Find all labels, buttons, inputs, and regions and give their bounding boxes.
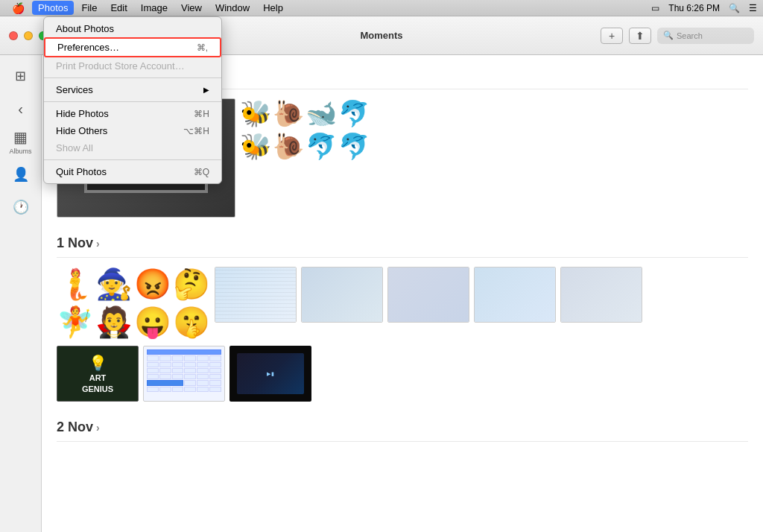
date-label-nov2: 2 Nov <box>57 419 93 435</box>
photo-genius-thumb[interactable]: 💡 ART GENIUS <box>57 346 139 402</box>
date-label-nov1: 1 Nov <box>57 235 93 251</box>
preferences-label: Preferences… <box>57 42 119 53</box>
emoji-thinking[interactable]: 🤔 <box>173 267 210 302</box>
menu-separator-3 <box>44 159 221 160</box>
screenshot-5[interactable] <box>560 267 642 323</box>
menubar-left: 🍎 Photos File Edit Image View Window Hel… <box>6 1 289 16</box>
print-label: Print Product Store Account… <box>56 60 185 72</box>
screenshot-3[interactable] <box>387 267 469 323</box>
sidebar-item-moments[interactable]: ⊞ <box>6 61 36 91</box>
menubar-item-edit[interactable]: Edit <box>104 1 133 15</box>
menu-separator-1 <box>44 77 221 78</box>
add-button[interactable]: + <box>601 28 623 44</box>
emoji-dolphin1[interactable]: 🐬 <box>338 98 370 128</box>
screenshot-4[interactable] <box>474 267 556 323</box>
about-label: About Photos <box>56 23 114 34</box>
traffic-lights <box>9 31 48 40</box>
titlebar-controls: + ⬆ 🔍 Search <box>601 28 754 44</box>
albums-icon: ▦ <box>13 128 28 146</box>
chevron-nov1-icon: › <box>96 238 100 250</box>
nav-back-icon: ‹ <box>18 101 23 118</box>
emoji-fairy[interactable]: 🧚 <box>57 305 94 340</box>
sidebar-item-history[interactable]: 🕐 <box>6 192 36 222</box>
emoji-whale1[interactable]: 🐋 <box>305 98 337 128</box>
menu-item-about[interactable]: About Photos <box>44 20 221 37</box>
sidebar-item-people[interactable]: 👤 <box>6 159 36 189</box>
photo-laptop-thumb[interactable]: ▶ ▮ <box>229 346 311 402</box>
albums-label: Albums <box>9 148 31 155</box>
photos-dropdown-menu: About Photos Preferences… ⌘, Print Produ… <box>43 16 222 184</box>
menubar-item-file[interactable]: File <box>75 1 103 15</box>
emoji-row2-nov1: 🧚 🧛 😛 🤫 <box>57 305 210 340</box>
emoji-shush[interactable]: 🤫 <box>173 305 210 340</box>
share-button[interactable]: ⬆ <box>629 28 651 44</box>
date-header-nov1[interactable]: 1 Nov › <box>57 235 748 258</box>
date-header-nov2[interactable]: 2 Nov › <box>57 419 748 442</box>
emoji-column-nov1: 🧜 🧙 😡 🤔 🧚 🧛 😛 🤫 <box>57 267 210 340</box>
sidebar-item-albums[interactable]: ▦ Albums <box>6 127 36 156</box>
menubar-item-window[interactable]: Window <box>209 1 256 15</box>
emoji-column-oct31: 🐝 🐌 🐋 🐬 🐝 🐌 🐬 🐬 <box>240 98 370 218</box>
close-button[interactable] <box>9 31 18 40</box>
search-menubar-icon[interactable]: 🔍 <box>729 3 740 13</box>
menu-separator-2 <box>44 101 221 102</box>
emoji-bee1[interactable]: 🐝 <box>240 98 271 128</box>
quit-label: Quit Photos <box>56 166 107 177</box>
emoji-mermaid[interactable]: 🧜 <box>57 267 94 302</box>
emoji-tongue[interactable]: 😛 <box>134 305 171 340</box>
date-section-nov2: 2 Nov › <box>57 419 748 442</box>
chevron-nov2-icon: › <box>96 422 100 434</box>
hide-others-shortcut: ⌥⌘H <box>183 126 209 136</box>
search-icon: 🔍 <box>663 31 674 40</box>
photo-grid-nov1-row2: 💡 ART GENIUS <box>57 346 748 402</box>
preferences-shortcut: ⌘, <box>197 42 208 53</box>
hide-others-label: Hide Others <box>56 125 107 136</box>
window-title: Moments <box>360 30 402 41</box>
menubar-right: ▭ Thu 6:26 PM 🔍 ☰ <box>651 3 757 13</box>
screenshot-1[interactable] <box>215 267 297 323</box>
menubar: 🍎 Photos File Edit Image View Window Hel… <box>0 0 763 16</box>
menu-item-hide-others[interactable]: Hide Others ⌥⌘H <box>44 122 221 139</box>
emoji-vampire[interactable]: 🧛 <box>95 305 133 340</box>
history-icon: 🕐 <box>13 199 29 215</box>
quit-shortcut: ⌘Q <box>194 167 209 177</box>
notification-icon[interactable]: ☰ <box>749 3 757 13</box>
emoji-row2-oct31: 🐝 🐌 🐬 🐬 <box>240 131 370 161</box>
menu-item-print: Print Product Store Account… <box>44 57 221 75</box>
menubar-item-photos[interactable]: Photos <box>32 1 74 15</box>
date-section-nov1: 1 Nov › 🧜 🧙 😡 🤔 🧚 🧛 <box>57 235 748 402</box>
show-all-label: Show All <box>56 142 93 153</box>
menu-item-preferences[interactable]: Preferences… ⌘, <box>44 37 221 57</box>
menu-item-quit[interactable]: Quit Photos ⌘Q <box>44 163 221 180</box>
photo-spreadsheet-thumb[interactable] <box>143 346 225 402</box>
emoji-snail2[interactable]: 🐌 <box>273 131 304 161</box>
services-label: Services <box>56 84 93 95</box>
emoji-snail1[interactable]: 🐌 <box>273 98 304 128</box>
emoji-wizard[interactable]: 🧙 <box>95 267 133 302</box>
sidebar: ⊞ ‹ ▦ Albums 👤 🕐 <box>0 55 42 532</box>
menubar-item-image[interactable]: Image <box>135 1 174 15</box>
search-placeholder: Search <box>677 31 703 40</box>
menubar-item-view[interactable]: View <box>175 1 208 15</box>
search-box[interactable]: 🔍 Search <box>657 28 754 44</box>
sidebar-item-back[interactable]: ‹ <box>6 94 36 124</box>
menu-item-hide-photos[interactable]: Hide Photos ⌘H <box>44 105 221 122</box>
emoji-row1-oct31: 🐝 🐌 🐋 🐬 <box>240 98 370 128</box>
emoji-dolphin2[interactable]: 🐬 <box>305 131 337 161</box>
clock: Thu 6:26 PM <box>668 3 720 13</box>
emoji-angry[interactable]: 😡 <box>134 267 171 302</box>
menu-item-services[interactable]: Services ▶ <box>44 81 221 98</box>
apple-menu-icon[interactable]: 🍎 <box>6 1 31 16</box>
moments-icon: ⊞ <box>15 68 26 84</box>
photo-grid-nov1: 🧜 🧙 😡 🤔 🧚 🧛 😛 🤫 <box>57 267 748 340</box>
people-icon: 👤 <box>13 166 29 183</box>
minimize-button[interactable] <box>24 31 33 40</box>
emoji-row1-nov1: 🧜 🧙 😡 🤔 <box>57 267 210 302</box>
menu-item-show-all: Show All <box>44 139 221 156</box>
emoji-dolphin3[interactable]: 🐬 <box>338 131 370 161</box>
emoji-bee2[interactable]: 🐝 <box>240 131 271 161</box>
menubar-item-help[interactable]: Help <box>257 1 289 15</box>
screenshot-2[interactable] <box>301 267 383 323</box>
hide-photos-shortcut: ⌘H <box>194 109 209 119</box>
laptop-screen-display: ▶ ▮ <box>237 353 304 394</box>
